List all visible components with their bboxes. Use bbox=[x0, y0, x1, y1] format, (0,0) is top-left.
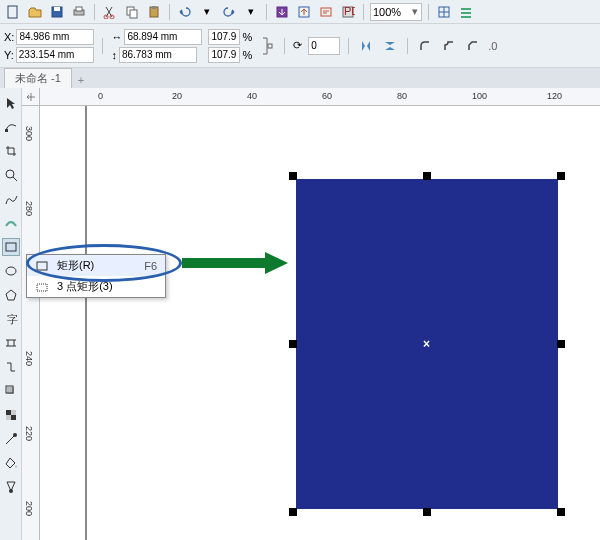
selection-handle-n[interactable] bbox=[423, 172, 431, 180]
fill-tool[interactable] bbox=[2, 454, 20, 472]
vertical-ruler[interactable]: 300 280 260 240 220 200 bbox=[22, 106, 40, 540]
svg-rect-35 bbox=[37, 284, 47, 291]
pdf-button[interactable]: PDF bbox=[339, 3, 357, 21]
svg-rect-2 bbox=[54, 7, 60, 11]
copy-button[interactable] bbox=[123, 3, 141, 21]
x-label: X: bbox=[4, 31, 14, 43]
svg-point-24 bbox=[6, 267, 16, 275]
selection-handle-se[interactable] bbox=[557, 508, 565, 516]
rectangle-tool[interactable] bbox=[2, 238, 20, 256]
mirror-v-button[interactable] bbox=[381, 37, 399, 55]
selection-handle-nw[interactable] bbox=[289, 172, 297, 180]
rectangle-flyout: 矩形(R) F6 3 点矩形(3) bbox=[26, 254, 166, 298]
svg-text:PDF: PDF bbox=[344, 5, 355, 17]
selection-center-marker: × bbox=[423, 337, 430, 351]
width-icon: ↔ bbox=[111, 31, 122, 43]
lock-ratio-button[interactable] bbox=[258, 37, 276, 55]
selection-handle-ne[interactable] bbox=[557, 172, 565, 180]
selection-handle-s[interactable] bbox=[423, 508, 431, 516]
svg-rect-8 bbox=[130, 10, 137, 18]
svg-rect-10 bbox=[152, 6, 156, 9]
ruler-origin[interactable] bbox=[22, 88, 40, 106]
page-boundary bbox=[85, 106, 87, 540]
horizontal-ruler[interactable]: 0 20 40 60 80 100 120 bbox=[40, 88, 600, 106]
selection-handle-sw[interactable] bbox=[289, 508, 297, 516]
svg-rect-19 bbox=[461, 16, 471, 18]
artistic-media-tool[interactable] bbox=[2, 214, 20, 232]
mirror-h-button[interactable] bbox=[357, 37, 375, 55]
connector-tool[interactable] bbox=[2, 358, 20, 376]
cut-button[interactable] bbox=[101, 3, 119, 21]
redo-dropdown[interactable]: ▾ bbox=[242, 3, 260, 21]
document-tab-bar: 未命名 -1 + bbox=[0, 68, 600, 88]
save-button[interactable] bbox=[48, 3, 66, 21]
shape-tool[interactable] bbox=[2, 118, 20, 136]
canvas[interactable]: × bbox=[40, 106, 600, 540]
pct-label-2: % bbox=[242, 49, 252, 61]
x-input[interactable] bbox=[16, 29, 94, 45]
zoom-input[interactable] bbox=[371, 6, 409, 18]
ellipse-tool[interactable] bbox=[2, 262, 20, 280]
height-input[interactable] bbox=[119, 47, 197, 63]
transparency-tool[interactable] bbox=[2, 406, 20, 424]
export-button[interactable] bbox=[295, 3, 313, 21]
paste-button[interactable] bbox=[145, 3, 163, 21]
options-button[interactable] bbox=[457, 3, 475, 21]
svg-rect-13 bbox=[321, 8, 331, 16]
freehand-tool[interactable] bbox=[2, 190, 20, 208]
publish-button[interactable] bbox=[317, 3, 335, 21]
pick-tool[interactable] bbox=[2, 94, 20, 112]
open-button[interactable] bbox=[26, 3, 44, 21]
add-tab-button[interactable]: + bbox=[72, 72, 90, 88]
svg-rect-28 bbox=[6, 410, 11, 415]
polygon-tool[interactable] bbox=[2, 286, 20, 304]
print-button[interactable] bbox=[70, 3, 88, 21]
round-corner-button[interactable] bbox=[416, 37, 434, 55]
snap-button[interactable] bbox=[435, 3, 453, 21]
svg-text:字: 字 bbox=[7, 313, 18, 325]
zoom-tool[interactable] bbox=[2, 166, 20, 184]
width-input[interactable] bbox=[124, 29, 202, 45]
selection-handle-e[interactable] bbox=[557, 340, 565, 348]
chamfer-corner-button[interactable] bbox=[464, 37, 482, 55]
new-doc-button[interactable] bbox=[4, 3, 22, 21]
svg-rect-4 bbox=[76, 7, 82, 11]
property-bar: X: Y: ↔ ↕ % % ⟳ .0 bbox=[0, 24, 600, 68]
svg-point-22 bbox=[6, 170, 14, 178]
rotate-icon: ⟳ bbox=[293, 39, 302, 52]
svg-point-33 bbox=[9, 489, 13, 493]
text-tool[interactable]: 字 bbox=[2, 310, 20, 328]
rotation-input[interactable] bbox=[308, 37, 340, 55]
scale-block: % % bbox=[208, 29, 252, 63]
three-point-rect-icon bbox=[35, 280, 49, 294]
chevron-down-icon[interactable]: ▾ bbox=[409, 5, 421, 18]
flyout-item-rectangle[interactable]: 矩形(R) F6 bbox=[27, 255, 165, 276]
scallop-corner-button[interactable] bbox=[440, 37, 458, 55]
import-button[interactable] bbox=[273, 3, 291, 21]
svg-rect-18 bbox=[461, 12, 471, 14]
zoom-combo[interactable]: ▾ bbox=[370, 3, 422, 21]
y-input[interactable] bbox=[16, 47, 94, 63]
svg-rect-17 bbox=[461, 8, 471, 10]
size-block: ↔ ↕ bbox=[111, 29, 202, 63]
eyedropper-tool[interactable] bbox=[2, 430, 20, 448]
selection-handle-w[interactable] bbox=[289, 340, 297, 348]
crop-tool[interactable] bbox=[2, 142, 20, 160]
svg-rect-31 bbox=[6, 415, 11, 420]
svg-rect-29 bbox=[11, 415, 16, 420]
drop-shadow-tool[interactable] bbox=[2, 382, 20, 400]
flyout-3pt-label: 3 点矩形(3) bbox=[57, 279, 113, 294]
outline-tool[interactable] bbox=[2, 478, 20, 496]
toolbox: 字 bbox=[0, 88, 22, 540]
flyout-item-3pt-rectangle[interactable]: 3 点矩形(3) bbox=[27, 276, 165, 297]
pct-label: % bbox=[242, 31, 252, 43]
svg-point-32 bbox=[13, 433, 17, 437]
scale-x-input[interactable] bbox=[208, 29, 240, 45]
undo-dropdown[interactable]: ▾ bbox=[198, 3, 216, 21]
scale-y-input[interactable] bbox=[208, 47, 240, 63]
parallel-dim-tool[interactable] bbox=[2, 334, 20, 352]
document-tab[interactable]: 未命名 -1 bbox=[4, 68, 72, 88]
undo-button[interactable] bbox=[176, 3, 194, 21]
redo-button[interactable] bbox=[220, 3, 238, 21]
svg-rect-34 bbox=[37, 262, 47, 270]
